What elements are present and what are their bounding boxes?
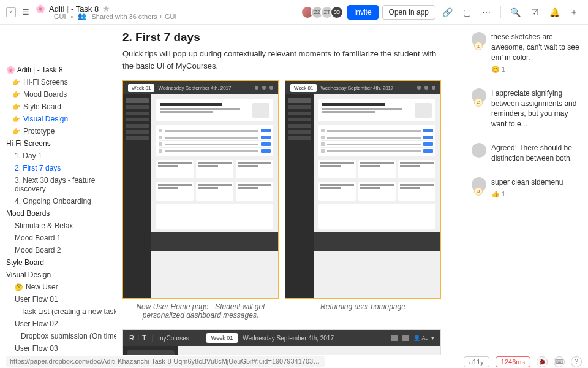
link-icon[interactable]: 🔗 bbox=[439, 4, 455, 20]
mockup-wide[interactable]: R I T | myCourses Week 01 Wednesday Sept… bbox=[123, 329, 441, 355]
document-content[interactable]: 2. First 7 days Quick tips will pop up d… bbox=[116, 25, 466, 355]
people-icon: 👥 bbox=[78, 12, 86, 20]
caption-b: Returning user homepage bbox=[285, 302, 441, 320]
help-icon[interactable]: ? bbox=[571, 356, 582, 367]
folder-name[interactable]: GUI bbox=[54, 13, 66, 20]
doc-emoji-icon: 🌸 bbox=[36, 4, 45, 13]
shared-with-text[interactable]: Shared with 36 others + GUI bbox=[91, 13, 176, 20]
avatar bbox=[472, 143, 486, 158]
caption-a: New User Home page - Student will get pe… bbox=[123, 302, 279, 320]
hello-title bbox=[160, 103, 222, 106]
avatar-stack[interactable]: ZZ ZT 33 bbox=[304, 6, 344, 19]
sidebar-item[interactable]: Mood Board 2 bbox=[0, 244, 116, 256]
sidebar-item[interactable]: 2. First 7 days bbox=[0, 162, 116, 174]
sidebar-item[interactable]: Dropbox submission (On time for a s... bbox=[0, 330, 116, 342]
sidebar-toc-item[interactable]: 👉Visual Design bbox=[0, 113, 116, 125]
bookmark-icon bbox=[402, 335, 409, 341]
mockup-row: Week 01Wednesday September 4th, 2017 bbox=[123, 80, 441, 299]
section-paragraph: Quick tips will pop up during contextual… bbox=[123, 48, 441, 72]
sidebar-item[interactable]: 3. Next 30 days - feature discovery bbox=[0, 174, 116, 195]
mockup-returning-user[interactable]: Week 01Wednesday September 4th, 2017 bbox=[285, 80, 441, 299]
comment-text: Agreed! There should be distinction betw… bbox=[491, 143, 582, 164]
keyboard-icon[interactable]: ⌨ bbox=[554, 356, 565, 367]
sidebar-item[interactable]: Mood Boards bbox=[0, 207, 116, 220]
sidebar-toc-item[interactable]: 👉Style Board bbox=[0, 101, 116, 113]
statusbar: https://paper.dropbox.com/doc/Aditi-Khaz… bbox=[0, 355, 588, 368]
mockup-new-user[interactable]: Week 01Wednesday September 4th, 2017 bbox=[123, 80, 279, 299]
sidebar-item[interactable]: Hi-Fi Screens bbox=[0, 137, 116, 150]
sidebar-item[interactable]: Style Board bbox=[0, 256, 116, 269]
sidebar-toc-item[interactable]: 👉Hi-Fi Screens bbox=[0, 76, 116, 88]
comment-text: I appreciate signifying between assignme… bbox=[491, 88, 582, 129]
bell-icon[interactable]: 🔔 bbox=[546, 4, 562, 20]
sidebar-item[interactable]: Stimulate & Relax bbox=[0, 220, 116, 232]
more-icon[interactable]: ⋯ bbox=[478, 4, 494, 20]
sidebar-item[interactable]: 4. Ongoing Onboarding bbox=[0, 195, 116, 207]
comment[interactable]: 3super clean sidemenu👍 1 bbox=[472, 177, 582, 199]
avatar: 3 bbox=[472, 177, 486, 192]
topbar: ‹ ☰ 🌸 Aditi | - Task 8 ★ GUI • 👥 Shared … bbox=[0, 0, 588, 25]
tasks-icon[interactable]: ☑ bbox=[527, 4, 543, 20]
section-heading: 2. First 7 days bbox=[123, 31, 441, 44]
sidebar-item[interactable]: 🤔New User bbox=[0, 281, 116, 293]
comment-reaction[interactable]: 😊 1 bbox=[491, 65, 582, 74]
comment-text: these sketches are awesome, can't wait t… bbox=[491, 32, 582, 63]
invite-button[interactable]: Invite bbox=[347, 5, 379, 20]
sidebar-item[interactable]: User Flow 02 bbox=[0, 318, 116, 330]
avatar: 1 bbox=[472, 32, 486, 47]
sidebar-item[interactable]: User Flow 01 bbox=[0, 293, 116, 305]
present-icon[interactable]: ▢ bbox=[459, 4, 475, 20]
search-input bbox=[127, 350, 175, 355]
sidebar-item[interactable]: Mood Board 1 bbox=[0, 232, 116, 244]
sidebar-item[interactable]: User Flow 03 bbox=[0, 342, 116, 355]
comment[interactable]: Agreed! There should be distinction betw… bbox=[472, 143, 582, 164]
flag-icon bbox=[391, 335, 398, 341]
comments-panel: 1these sketches are awesome, can't wait … bbox=[466, 25, 588, 355]
comment[interactable]: 1these sketches are awesome, can't wait … bbox=[472, 32, 582, 75]
sidebar-toc-item[interactable]: 👉Prototype bbox=[0, 125, 116, 137]
search-icon[interactable]: 🔍 bbox=[507, 4, 523, 20]
avatar-overflow[interactable]: 33 bbox=[330, 6, 344, 19]
comment-text: super clean sidemenu bbox=[491, 177, 582, 188]
sidebar-item[interactable]: Task List (creating a new task and che..… bbox=[0, 305, 116, 318]
comment-reaction[interactable]: 👍 1 bbox=[491, 190, 582, 199]
open-in-app-button[interactable]: Open in app bbox=[382, 5, 435, 20]
sidebar-item[interactable]: Visual Design bbox=[0, 269, 116, 281]
a11y-pill[interactable]: a11y bbox=[464, 356, 489, 367]
back-button[interactable]: ‹ bbox=[6, 7, 16, 17]
sidebar: 🌸 Aditi | - Task 8 👉Hi-Fi Screens👉Mood B… bbox=[0, 25, 116, 355]
bug-icon[interactable]: 🐞 bbox=[537, 356, 548, 367]
doc-list-icon[interactable]: ☰ bbox=[21, 7, 31, 17]
sidebar-doc-title[interactable]: 🌸 Aditi | - Task 8 bbox=[0, 64, 116, 76]
sidebar-toc-item[interactable]: 👉Mood Boards bbox=[0, 88, 116, 101]
avatar: 2 bbox=[472, 88, 486, 103]
comment[interactable]: 2I appreciate signifying between assignm… bbox=[472, 88, 582, 129]
plus-icon[interactable]: ＋ bbox=[566, 4, 582, 20]
sidebar-item[interactable]: 1. Day 1 bbox=[0, 150, 116, 162]
status-url: https://paper.dropbox.com/doc/Aditi-Khaz… bbox=[6, 356, 325, 367]
timing-pill[interactable]: 1246ms bbox=[496, 356, 530, 367]
